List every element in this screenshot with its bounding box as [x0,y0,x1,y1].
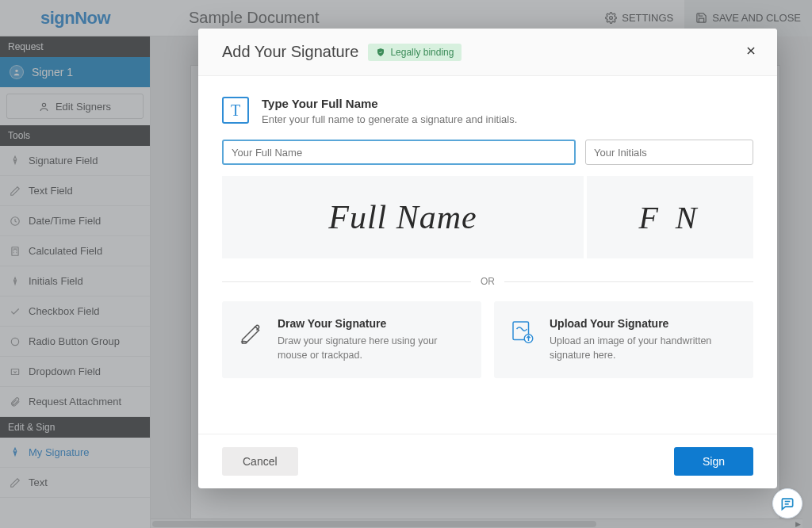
initials-input[interactable] [585,140,753,165]
add-signature-modal: Add Your Signature Legally binding T Typ… [198,29,777,488]
upload-title: Upload Your Signature [550,317,739,330]
modal-header: Add Your Signature Legally binding [198,29,777,76]
upload-signature-card[interactable]: Upload Your Signature Upload an image of… [494,301,753,378]
chat-button[interactable] [772,488,802,518]
signature-preview: Full Name [222,176,584,258]
badge-label: Legally binding [390,47,454,58]
upload-desc: Upload an image of your handwritten sign… [550,335,739,362]
full-name-input[interactable] [222,140,576,165]
legally-binding-badge: Legally binding [368,44,462,61]
close-icon [745,45,756,56]
type-desc: Enter your full name to generate a signa… [262,113,517,125]
close-button[interactable] [745,45,756,59]
initials-preview-text: F N [638,199,701,236]
modal-footer: Cancel Sign [198,434,777,488]
shield-check-icon [376,48,385,57]
initials-preview: F N [585,176,753,258]
type-text-icon: T [222,97,249,124]
signature-preview-text: Full Name [328,198,477,236]
or-divider: OR [222,276,753,287]
type-title: Type Your Full Name [262,97,517,110]
cancel-button[interactable]: Cancel [222,447,298,476]
or-label: OR [471,276,504,287]
draw-desc: Draw your signature here using your mous… [278,335,467,362]
draw-signature-card[interactable]: Draw Your Signature Draw your signature … [222,301,481,378]
upload-signature-icon [508,317,537,346]
sign-button[interactable]: Sign [674,447,753,476]
pencil-draw-icon [236,317,265,346]
modal-body: T Type Your Full Name Enter your full na… [198,76,777,434]
draw-title: Draw Your Signature [278,317,467,330]
chat-icon [779,495,795,511]
modal-title: Add Your Signature [222,43,358,61]
